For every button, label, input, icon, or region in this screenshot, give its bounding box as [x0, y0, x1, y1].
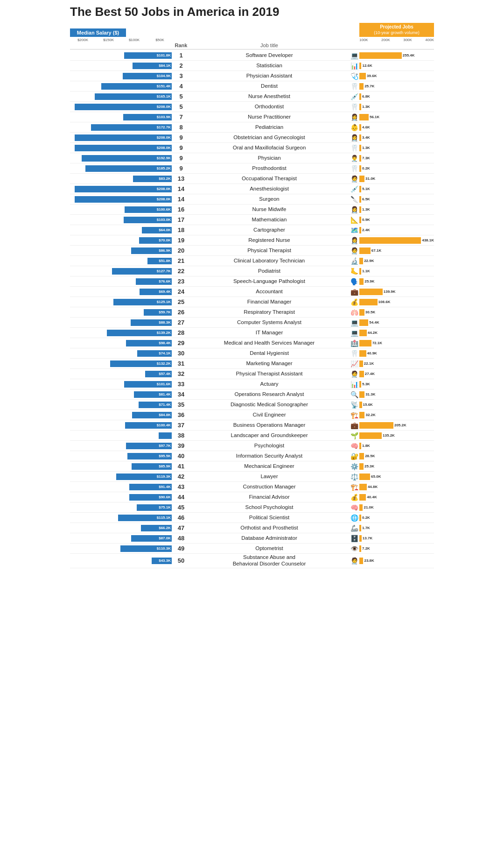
proj-bar [359, 515, 361, 521]
rank-cell: 16 [173, 206, 189, 213]
rank-cell: 4 [173, 83, 189, 90]
salary-value: $100.6K [157, 207, 171, 212]
job-icon: 🦾 [349, 524, 359, 532]
job-icon: 🧑‍⚕️ [349, 370, 359, 378]
salary-bar: $165.1K [95, 93, 172, 100]
proj-bar [359, 63, 361, 69]
proj-bar [359, 83, 364, 90]
table-row: $98.4K29Medical and Health Services Mana… [70, 338, 434, 348]
table-row: $66.2K47Orthotist and Prosthetist🦾1.7K [70, 523, 434, 533]
rank-cell: 9 [173, 134, 189, 141]
page-container: The Best 50 Jobs in America in 2019 Medi… [70, 5, 434, 568]
salary-legend: Median Salary ($) [70, 28, 126, 37]
rank-cell: 43 [173, 483, 189, 490]
proj-bar [359, 535, 362, 542]
salary-bar-cell: $57.4K [70, 370, 173, 378]
salary-value: $103.9K [157, 115, 171, 119]
table-row: $88.3K27Computer Systems Analyst💻54.4K [70, 318, 434, 328]
rank-cell: 3 [173, 72, 189, 79]
job-title: Respiratory Therapist [189, 309, 349, 316]
table-row: $139.2K28IT Manager💻44.2K [70, 328, 434, 338]
salary-value: $101.8K [157, 53, 171, 57]
job-icon: 🏗️ [349, 483, 359, 491]
salary-value: $172.7K [157, 125, 171, 129]
proj-bar [359, 484, 367, 490]
rank-cell: 38 [173, 432, 189, 439]
proj-bar-cell: 28.5K [359, 452, 434, 460]
job-icon: 💻 [349, 319, 359, 326]
job-title: Optometrist [189, 545, 349, 552]
axes-row: $200K $150K $100K $50K 100K 200K 300K 40… [70, 38, 434, 42]
proj-bar [359, 93, 361, 100]
proj-bar-cell: 54.4K [359, 318, 434, 327]
job-title: Nurse Midwife [189, 206, 349, 213]
proj-bar-cell: 139.9K [359, 288, 434, 296]
rank-cell: 21 [173, 257, 189, 264]
salary-bar: $43.3K [152, 558, 172, 564]
salary-bar: $172.7K [91, 124, 172, 131]
salary-bar-cell: $100.4K [70, 421, 173, 430]
salary-value: $125.1K [157, 300, 171, 304]
salary-bar-cell: $75.1K [70, 503, 173, 512]
job-icon: ⚙️ [349, 463, 359, 470]
proj-bar-cell: 40.4K [359, 493, 434, 502]
table-row: $115.1K46Political Scientist🌐0.2K [70, 513, 434, 523]
salary-bar-cell: $84.1K [70, 62, 173, 70]
salary-value: $84.1K [159, 64, 171, 68]
rank-cell: 9 [173, 144, 189, 151]
table-row: $101.6K33Actuary📊5.3K [70, 379, 434, 389]
job-title: Mechanical Engineer [189, 463, 349, 470]
job-title: Oral and Maxillofacial Surgeon [189, 145, 349, 151]
salary-bar: $100.4K [125, 422, 172, 429]
job-title: School Psychologist [189, 504, 349, 511]
salary-value: $139.2K [157, 331, 171, 335]
table-row: $97.7K39Psychologist🧠1.8K [70, 441, 434, 451]
salary-bar-cell: $104.9K [70, 72, 173, 80]
proj-value: 0.9K [362, 218, 370, 222]
job-icon: 📈 [349, 360, 359, 367]
proj-bar [359, 473, 370, 480]
proj-bar-cell: 1.8K [359, 442, 434, 450]
proj-bar-cell: 1.7K [359, 524, 434, 532]
job-title: Construction Manager [189, 484, 349, 490]
rank-cell: 29 [173, 339, 189, 346]
salary-bar: $127.7K [112, 268, 172, 275]
salary-value: $98.4K [159, 341, 171, 345]
proj-value: 1.3K [362, 105, 370, 109]
proj-bar [359, 258, 363, 264]
table-row: $69.4K24Accountant💼139.9K [70, 287, 434, 297]
salary-value: $208.0K [157, 105, 171, 109]
job-icon: 💰 [349, 298, 359, 306]
table-row: $101.8K1Software Developer💻255.4K [70, 50, 434, 61]
proj-value: 15.6K [363, 403, 373, 407]
proj-bar-cell: 23.8K [359, 557, 434, 565]
proj-value: 31.3K [365, 392, 375, 396]
job-title: Database Administrator [189, 535, 349, 542]
proj-bar-cell: 0.2K [359, 514, 434, 522]
proj-bar [359, 422, 393, 429]
job-title: Speech-Language Pathologist [189, 278, 349, 285]
table-row: $71.4K35Diagnostic Medical Sonographer📡1… [70, 400, 434, 410]
table-row: $185.2K9Prosthodontist🦷0.2K [70, 163, 434, 174]
salary-bar-cell: $151.4K [70, 82, 173, 91]
job-title: Prosthodontist [189, 165, 349, 172]
proj-value: 5.3K [362, 382, 370, 386]
proj-bar-cell: 6.8K [359, 92, 434, 101]
rank-cell: 37 [173, 422, 189, 429]
job-title: Dental Hygienist [189, 350, 349, 357]
job-title: Dentist [189, 83, 349, 90]
salary-bar-cell: $125.1K [70, 298, 173, 306]
job-title: Landscaper and Groundskeeper [189, 432, 349, 439]
proj-bar-cell: 22.9K [359, 257, 434, 265]
job-icon: 💉 [349, 93, 359, 100]
job-icon: 👨‍⚕️ [349, 155, 359, 162]
salary-bar-cell: $119.3K [70, 473, 173, 481]
job-title: Psychologist [189, 443, 349, 449]
salary-value: $70.0K [159, 238, 171, 242]
salary-bar: $208.0K [75, 186, 172, 192]
rank-cell: 42 [173, 473, 189, 480]
salary-value: $43.3K [159, 558, 171, 563]
proj-value: 72.1K [372, 341, 382, 345]
salary-bar [159, 432, 172, 439]
rank-cell: 5 [173, 93, 189, 100]
